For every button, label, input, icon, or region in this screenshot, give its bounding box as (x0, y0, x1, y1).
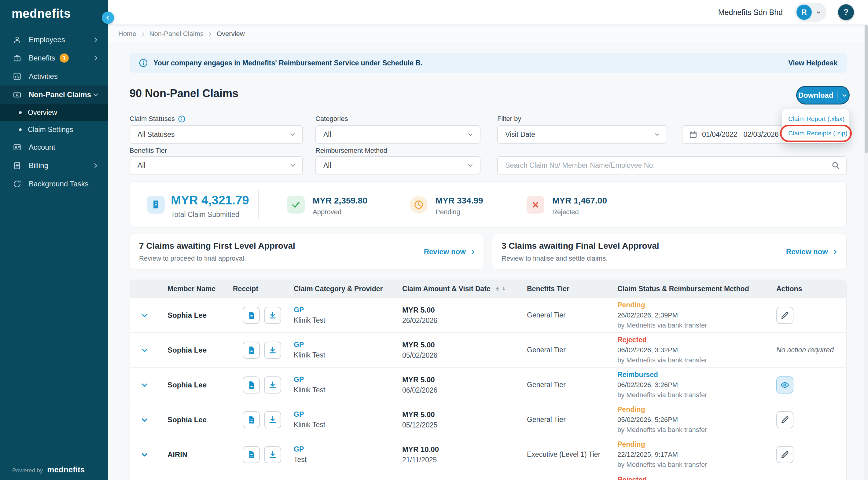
expand-row-button[interactable] (138, 378, 151, 392)
download-button[interactable]: Download (797, 87, 849, 103)
expand-row-button[interactable] (138, 344, 151, 357)
pending-label: Pending (436, 208, 460, 216)
edit-claim-button[interactable] (776, 446, 794, 463)
sidebar: mednefits Employees Benefits 1 Activitie… (0, 0, 108, 480)
visit-date: 05/12/2025 (402, 421, 524, 429)
info-icon[interactable] (178, 115, 186, 123)
claim-provider: Klinik Test (294, 421, 399, 429)
expand-column-header (130, 280, 167, 297)
claim-category: GP (294, 445, 399, 453)
sidebar-item-label: Non-Panel Claims (29, 90, 91, 99)
mednefits-logo: mednefits (11, 7, 71, 21)
sort-desc-icon (501, 286, 506, 291)
claim-statuses-select[interactable]: All Statuses (130, 125, 303, 143)
breadcrumb-separator-icon (141, 32, 145, 36)
receipt-file-icon (247, 380, 256, 390)
categories-label: Categories (315, 115, 348, 123)
sidebar-item-overview[interactable]: Overview (0, 104, 108, 121)
no-action-text: No action required (776, 346, 844, 354)
receipt-file-button[interactable] (243, 446, 260, 463)
sidebar-item-label: Account (29, 143, 55, 152)
approved-label: Approved (313, 208, 341, 216)
member-name: Sophia Lee (167, 311, 230, 320)
sidebar-item-label: Background Tasks (29, 180, 89, 188)
receipt-download-button[interactable] (264, 307, 281, 324)
scrollbar-thumb[interactable] (865, 25, 868, 153)
expand-row-button[interactable] (138, 413, 151, 426)
receipt-download-button[interactable] (264, 411, 281, 428)
receipt-file-button[interactable] (243, 307, 260, 324)
help-button[interactable]: ? (838, 4, 854, 20)
sidebar-item-benefits[interactable]: Benefits 1 (0, 49, 108, 67)
approved-amount: MYR 2,359.80 (313, 196, 367, 205)
benefits-badge: 1 (60, 54, 69, 63)
filter-by-select[interactable]: Visit Date (497, 125, 667, 143)
search-icon[interactable] (831, 161, 840, 169)
pencil-icon (780, 415, 789, 424)
breadcrumb-non-panel-claims[interactable]: Non-Panel Claims (150, 30, 204, 38)
sort-icons[interactable] (495, 286, 506, 291)
filter-by-label: Filter by (497, 115, 521, 123)
view-claim-button[interactable] (776, 377, 794, 393)
sidebar-item-label: Billing (29, 161, 48, 170)
total-claim-amount: MYR 4,321.79 (171, 193, 249, 207)
user-menu[interactable]: R (794, 3, 827, 22)
receipt-file-button[interactable] (243, 342, 260, 359)
reimbursement-method-select[interactable]: All (315, 156, 480, 174)
schedule-b-text: Schedule B (382, 59, 421, 67)
expand-row-button[interactable] (138, 448, 151, 461)
chevron-down-icon (92, 91, 99, 98)
benefits-tier-select[interactable]: All (130, 156, 303, 174)
sidebar-item-billing[interactable]: Billing (0, 156, 108, 175)
first-level-approval-card: 7 Claims awaiting First Level Approval R… (130, 234, 485, 269)
receipt-icon (147, 196, 165, 214)
calendar-icon (689, 130, 697, 138)
approval-title: 3 Claims awaiting Final Level Approval (501, 241, 659, 251)
categories-select[interactable]: All (315, 125, 480, 143)
company-name: Mednefits Sdn Bhd (718, 8, 783, 17)
approval-subtitle: Review to finalise and settle claims. (501, 255, 608, 262)
review-now-link[interactable]: Review now (424, 234, 476, 269)
edit-claim-button[interactable] (776, 411, 794, 428)
receipt-download-button[interactable] (264, 446, 281, 463)
download-icon (268, 346, 277, 355)
sidebar-item-account[interactable]: Account (0, 138, 108, 156)
sidebar-item-non-panel-claims[interactable]: Non-Panel Claims (0, 86, 108, 104)
mednefits-footer-logo: mednefits (47, 465, 85, 475)
claim-status: Pending (617, 301, 773, 309)
claim-status: Rejected (617, 336, 773, 344)
view-helpdesk-link[interactable]: View Helpdesk (788, 59, 837, 67)
receipt-file-button[interactable] (243, 411, 260, 428)
search-input[interactable] (497, 156, 847, 174)
receipt-download-button[interactable] (264, 342, 281, 359)
menu-item-claim-receipts[interactable]: Claim Receipts (.zip) (782, 126, 849, 140)
menu-item-claim-report[interactable]: Claim Report (.xlsx) (782, 111, 849, 126)
sidebar-subitem-label: Overview (28, 108, 57, 117)
claim-status: Reimbursed (617, 371, 773, 379)
x-icon (527, 196, 544, 214)
sidebar-item-employees[interactable]: Employees (0, 31, 108, 49)
sidebar-item-background-tasks[interactable]: Background Tasks (0, 175, 108, 193)
receipt-file-button[interactable] (243, 377, 260, 393)
chevron-down-icon (467, 131, 474, 138)
breadcrumb-home[interactable]: Home (118, 30, 136, 38)
chevron-down-icon (815, 9, 822, 15)
claims-icon (13, 90, 21, 99)
background-tasks-icon (13, 180, 21, 188)
receipt-download-button[interactable] (264, 377, 281, 393)
expand-row-button[interactable] (138, 309, 151, 322)
status-by: by Mednefits via bank transfer (617, 391, 773, 399)
edit-claim-button[interactable] (776, 307, 794, 324)
powered-by: Powered by mednefits (12, 465, 85, 475)
sidebar-item-claim-settings[interactable]: Claim Settings (0, 121, 108, 138)
review-now-link[interactable]: Review now (786, 234, 838, 269)
claim-category: GP (294, 410, 399, 419)
member-name: AIRIN (167, 450, 230, 459)
bullet-icon (19, 128, 22, 131)
claim-category: GP (294, 341, 399, 349)
sidebar-item-label: Activities (29, 72, 58, 81)
scrollbar[interactable] (864, 25, 868, 480)
sidebar-collapse-button[interactable] (102, 11, 114, 24)
sidebar-item-activities[interactable]: Activities (0, 67, 108, 86)
pending-amount: MYR 334.99 (436, 196, 483, 205)
